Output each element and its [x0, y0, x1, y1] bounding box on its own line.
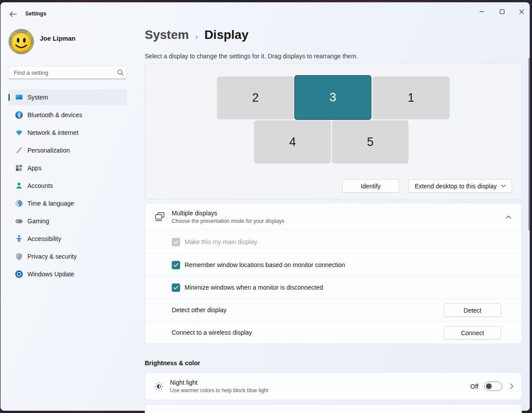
- breadcrumb: System › Display: [145, 28, 248, 42]
- page-title: Display: [204, 28, 249, 42]
- sidebar-item-label: Personalization: [27, 147, 70, 154]
- maximize-icon: [500, 9, 505, 14]
- close-button[interactable]: [512, 5, 531, 18]
- night-light-state: Off: [470, 383, 478, 390]
- monitor-2[interactable]: 2: [217, 76, 294, 119]
- maximize-button[interactable]: [492, 5, 512, 18]
- user-name[interactable]: Joe Lipman: [40, 35, 76, 42]
- remember-window-locations-checkbox[interactable]: [172, 261, 180, 269]
- minimize-windows-row: Minimize windows when a monitor is disco…: [145, 276, 521, 298]
- chevron-right-icon[interactable]: [510, 383, 513, 389]
- sidebar-item-system[interactable]: System: [8, 89, 127, 105]
- identify-button[interactable]: Identify: [342, 179, 399, 193]
- sidebar-item-accounts[interactable]: Accounts: [8, 178, 127, 194]
- wireless-display-row: Connect to a wireless display Connect: [145, 321, 521, 344]
- connect-button[interactable]: Connect: [444, 326, 501, 340]
- sidebar-item-personalization[interactable]: Personalization: [8, 142, 127, 158]
- minimize-windows-label: Minimize windows when a monitor is disco…: [185, 284, 323, 291]
- sidebar-item-label: System: [27, 94, 48, 101]
- app-title: Settings: [25, 11, 46, 17]
- personalization-icon: [15, 146, 23, 154]
- minimize-windows-checkbox[interactable]: [172, 283, 180, 292]
- collapse-expander-button[interactable]: [503, 211, 514, 223]
- close-icon: [519, 9, 524, 14]
- settings-window: Settings Joe Lipman: [0, 2, 530, 411]
- sidebar-item-label: Apps: [27, 164, 42, 172]
- multiple-displays-subtitle: Choose the presentation mode for your di…: [172, 218, 285, 224]
- night-light-toggle[interactable]: [484, 382, 502, 391]
- sidebar-item-network-internet[interactable]: Network & internet: [8, 125, 127, 141]
- sidebar-item-label: Windows Update: [27, 271, 74, 278]
- sidebar-item-label: Network & internet: [27, 129, 78, 136]
- detect-button[interactable]: Detect: [444, 303, 501, 317]
- make-main-display-label: Make this my main display: [185, 238, 257, 245]
- multiple-displays-icon: [154, 211, 166, 222]
- accounts-icon: [15, 182, 23, 190]
- sidebar-item-windows-update[interactable]: Windows Update: [8, 266, 127, 282]
- page-subtitle: Select a display to change the settings …: [145, 53, 358, 60]
- sidebar-item-accessibility[interactable]: Accessibility: [8, 231, 127, 247]
- checkmark-icon: [173, 240, 178, 244]
- back-button[interactable]: [7, 9, 19, 19]
- vertical-scrollbar[interactable]: [528, 58, 530, 230]
- night-light-subtitle: Use warmer colors to help block blue lig…: [170, 387, 470, 394]
- monitor-number: 4: [289, 135, 296, 149]
- breadcrumb-chevron-icon: ›: [196, 33, 198, 40]
- sidebar-item-label: Bluetooth & devices: [27, 111, 82, 119]
- toggle-knob: [486, 383, 492, 389]
- monitor-3-selected[interactable]: 3: [294, 75, 371, 120]
- breadcrumb-system[interactable]: System: [145, 28, 189, 42]
- search-icon[interactable]: [115, 69, 126, 76]
- remember-window-locations-row: Remember window locations based on monit…: [145, 253, 521, 276]
- back-arrow-icon: [9, 11, 17, 17]
- make-main-display-checkbox: [172, 238, 180, 246]
- multiple-displays-title: Multiple displays: [172, 210, 285, 217]
- minimize-icon: [479, 9, 484, 14]
- chevron-up-icon: [506, 215, 511, 219]
- network-icon: [15, 129, 23, 137]
- privacy-security-icon: [15, 252, 23, 260]
- accessibility-icon: [15, 235, 23, 243]
- monitor-5[interactable]: 5: [332, 120, 409, 164]
- time-language-icon: [15, 199, 23, 207]
- apps-icon: [15, 164, 23, 172]
- night-light-card[interactable]: Night light Use warmer colors to help bl…: [145, 372, 522, 400]
- multiple-displays-card: Multiple displays Choose the presentatio…: [145, 203, 522, 344]
- gaming-icon: [15, 217, 23, 225]
- remember-window-locations-label: Remember window locations based on monit…: [185, 261, 345, 268]
- smiley-avatar-icon: [8, 29, 34, 54]
- night-light-title: Night light: [170, 379, 470, 386]
- system-icon: [15, 93, 23, 101]
- monitor-number: 2: [252, 91, 258, 105]
- sidebar-item-label: Accounts: [27, 182, 53, 189]
- display-mode-label: Extend desktop to this display: [415, 183, 497, 190]
- sidebar-item-bluetooth-devices[interactable]: Bluetooth & devices: [8, 107, 127, 123]
- display-mode-dropdown[interactable]: Extend desktop to this display: [409, 179, 512, 193]
- sidebar-nav: System Bluetooth & devices Network & int…: [8, 89, 127, 284]
- hdr-card[interactable]: HDR: [145, 404, 522, 413]
- multiple-displays-header[interactable]: Multiple displays Choose the presentatio…: [145, 203, 521, 230]
- night-light-icon: [154, 382, 164, 391]
- monitor-number: 1: [408, 91, 414, 105]
- sidebar-item-label: Accessibility: [27, 235, 61, 242]
- chevron-down-icon: [501, 184, 506, 187]
- search-box: [8, 66, 127, 79]
- display-arrangement-panel: 2 3 1 4 5 Identify Extend desktop to thi…: [145, 64, 522, 199]
- avatar[interactable]: [8, 29, 34, 54]
- brightness-color-header: Brightness & color: [145, 359, 200, 367]
- make-main-display-row: Make this my main display: [145, 230, 521, 253]
- sidebar-item-apps[interactable]: Apps: [8, 160, 127, 176]
- minimize-button[interactable]: [471, 5, 492, 18]
- detect-display-row: Detect other display Detect: [145, 298, 521, 321]
- sidebar-item-label: Gaming: [27, 218, 49, 225]
- sidebar-item-privacy-security[interactable]: Privacy & security: [8, 249, 127, 264]
- monitor-1[interactable]: 1: [372, 76, 450, 119]
- sidebar-item-time-language[interactable]: Time & language: [8, 195, 127, 211]
- sidebar-item-label: Privacy & security: [27, 253, 77, 260]
- windows-update-icon: [15, 270, 23, 278]
- monitor-number: 5: [367, 135, 374, 149]
- search-input[interactable]: [9, 69, 115, 76]
- monitor-4[interactable]: 4: [254, 120, 331, 164]
- selected-indicator: [8, 94, 10, 101]
- sidebar-item-gaming[interactable]: Gaming: [8, 213, 127, 229]
